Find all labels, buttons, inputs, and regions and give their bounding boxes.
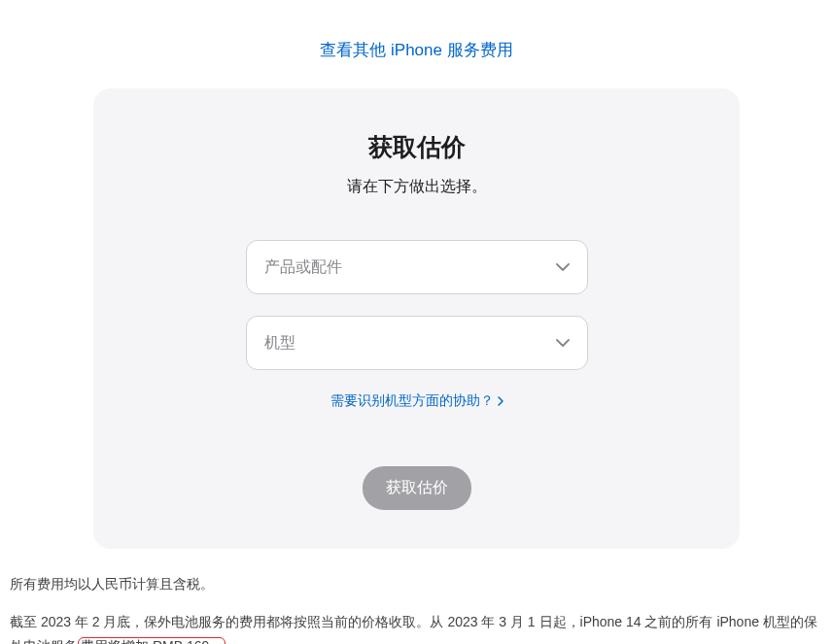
identify-model-help-link[interactable]: 需要识别机型方面的协助？ [330,392,503,410]
card-title: 获取估价 [132,131,701,163]
footer-line-1: 所有费用均以人民币计算且含税。 [10,572,823,596]
footer-highlight: 费用将增加 RMB 169。 [78,637,226,644]
product-select-wrapper: 产品或配件 [246,240,588,294]
top-link-row: 查看其他 iPhone 服务费用 [0,0,833,88]
product-select[interactable]: 产品或配件 [246,240,588,294]
model-select[interactable]: 机型 [246,316,588,370]
model-select-wrapper: 机型 [246,316,588,370]
product-placeholder: 产品或配件 [264,257,342,278]
help-link-row: 需要识别机型方面的协助？ [132,391,701,410]
footer-line-2: 截至 2023 年 2 月底，保外电池服务的费用都将按照当前的价格收取。从 20… [10,610,823,644]
chevron-right-icon [498,393,503,409]
chevron-down-icon [556,263,570,271]
help-link-text: 需要识别机型方面的协助？ [330,392,494,410]
chevron-down-icon [556,339,570,347]
model-placeholder: 机型 [264,333,295,354]
card-subtitle: 请在下方做出选择。 [132,177,701,197]
estimate-card: 获取估价 请在下方做出选择。 产品或配件 机型 需要识别机型方面的协助？ 获取估… [93,88,740,549]
footer-text: 所有费用均以人民币计算且含税。 截至 2023 年 2 月底，保外电池服务的费用… [0,549,833,644]
get-estimate-button[interactable]: 获取估价 [363,466,471,510]
other-services-link[interactable]: 查看其他 iPhone 服务费用 [320,41,512,59]
